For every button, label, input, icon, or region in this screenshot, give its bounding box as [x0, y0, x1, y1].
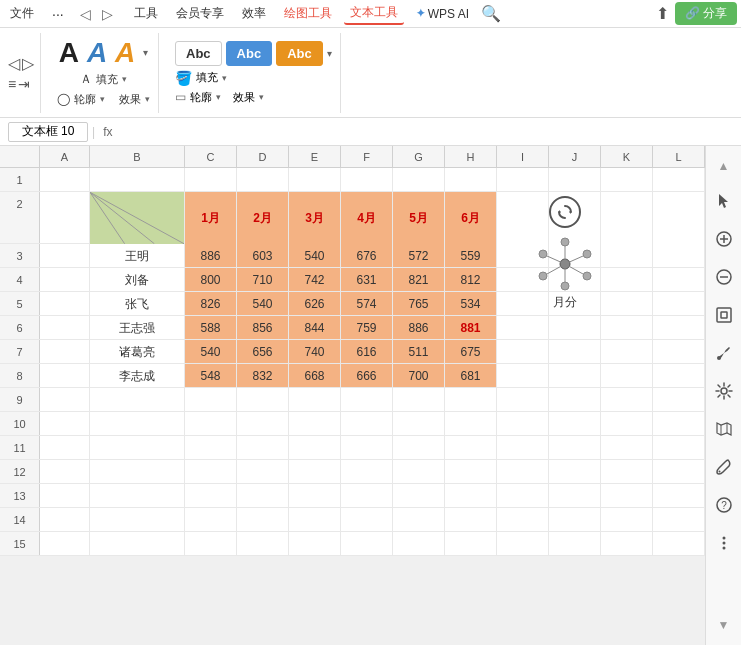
cell-j9[interactable] [549, 388, 601, 411]
cell-g2-header[interactable]: 5月 [393, 192, 445, 244]
cell-f6[interactable]: 759 [341, 316, 393, 339]
cell-f5[interactable]: 574 [341, 292, 393, 315]
cell-k1[interactable] [601, 168, 653, 191]
menu-more[interactable]: ··· [46, 4, 70, 24]
cell-e7[interactable]: 740 [289, 340, 341, 363]
cell-e4[interactable]: 742 [289, 268, 341, 291]
scroll-down-icon[interactable]: ▼ [712, 613, 736, 637]
cell-i9[interactable] [497, 388, 549, 411]
text-style-plain[interactable]: A [59, 39, 79, 67]
formula-input[interactable] [120, 125, 733, 139]
cell-d8[interactable]: 832 [237, 364, 289, 387]
align-icon[interactable]: ≡ [8, 76, 16, 92]
settings-icon[interactable] [709, 376, 739, 406]
cell-b2-diagonal[interactable] [90, 192, 185, 244]
cell-l6[interactable] [653, 316, 705, 339]
upload-icon[interactable]: ⬆ [656, 4, 669, 23]
cell-d9[interactable] [237, 388, 289, 411]
cell-e3[interactable]: 540 [289, 244, 341, 267]
help-icon[interactable]: ? [709, 490, 739, 520]
cell-i8[interactable] [497, 364, 549, 387]
cell-j1[interactable] [549, 168, 601, 191]
cell-l5[interactable] [653, 292, 705, 315]
nav-fwd[interactable]: ▷ [98, 4, 118, 24]
cell-k6[interactable] [601, 316, 653, 339]
cell-a4[interactable] [40, 268, 90, 291]
cell-b4-name[interactable]: 刘备 [90, 268, 185, 291]
cell-l9[interactable] [653, 388, 705, 411]
cell-d2-header[interactable]: 2月 [237, 192, 289, 244]
cell-a6[interactable] [40, 316, 90, 339]
cell-g3[interactable]: 572 [393, 244, 445, 267]
cell-c9[interactable] [185, 388, 237, 411]
cell-h7[interactable]: 675 [445, 340, 497, 363]
cell-b6-name[interactable]: 王志强 [90, 316, 185, 339]
paint-icon[interactable] [709, 338, 739, 368]
wrench-icon[interactable] [709, 452, 739, 482]
cell-d4[interactable]: 710 [237, 268, 289, 291]
cell-l1[interactable] [653, 168, 705, 191]
abc-btn-2[interactable]: Abc [226, 41, 273, 66]
cell-i1[interactable] [497, 168, 549, 191]
cell-c3[interactable]: 886 [185, 244, 237, 267]
cell-g8[interactable]: 700 [393, 364, 445, 387]
cell-h2-header[interactable]: 6月 [445, 192, 497, 244]
menu-member[interactable]: 会员专享 [170, 3, 230, 24]
cell-a9[interactable] [40, 388, 90, 411]
cell-a7[interactable] [40, 340, 90, 363]
cell-i6[interactable] [497, 316, 549, 339]
cursor-tool-icon[interactable] [709, 186, 739, 216]
ribbon-back-icon[interactable]: ◁ [8, 54, 20, 73]
effect-dropdown[interactable]: ▾ [145, 94, 150, 104]
search-icon[interactable]: 🔍 [481, 4, 501, 23]
cell-l4[interactable] [653, 268, 705, 291]
abc-dropdown[interactable]: ▾ [327, 48, 332, 59]
cell-c1[interactable] [185, 168, 237, 191]
cell-c4[interactable]: 800 [185, 268, 237, 291]
cell-d1[interactable] [237, 168, 289, 191]
cell-g7[interactable]: 511 [393, 340, 445, 363]
cell-g4[interactable]: 821 [393, 268, 445, 291]
cell-h6[interactable]: 881 [445, 316, 497, 339]
cell-g5[interactable]: 765 [393, 292, 445, 315]
indent-icon[interactable]: ⇥ [18, 76, 30, 92]
outline-dropdown[interactable]: ▾ [100, 94, 105, 104]
cell-k7[interactable] [601, 340, 653, 363]
menu-tool[interactable]: 工具 [128, 3, 164, 24]
cell-reference[interactable] [8, 122, 88, 142]
abc-btn-1[interactable]: Abc [175, 41, 222, 66]
cell-d6[interactable]: 856 [237, 316, 289, 339]
cell-e6[interactable]: 844 [289, 316, 341, 339]
cell-a1[interactable] [40, 168, 90, 191]
cell-a5[interactable] [40, 292, 90, 315]
minus-icon[interactable] [709, 262, 739, 292]
cell-d7[interactable]: 656 [237, 340, 289, 363]
abc-effect-dropdown[interactable]: ▾ [259, 92, 264, 102]
cell-l2[interactable] [653, 192, 705, 244]
cell-c7[interactable]: 540 [185, 340, 237, 363]
cell-k8[interactable] [601, 364, 653, 387]
cell-f8[interactable]: 666 [341, 364, 393, 387]
text-style-dropdown[interactable]: ▾ [143, 47, 148, 58]
cell-e8[interactable]: 668 [289, 364, 341, 387]
cell-b9[interactable] [90, 388, 185, 411]
cell-a8[interactable] [40, 364, 90, 387]
map-icon[interactable] [709, 414, 739, 444]
cell-a2[interactable] [40, 192, 90, 243]
cell-c6[interactable]: 588 [185, 316, 237, 339]
cell-c8[interactable]: 548 [185, 364, 237, 387]
text-style-blue[interactable]: A [87, 39, 107, 67]
cell-h3[interactable]: 559 [445, 244, 497, 267]
ribbon-fwd-icon[interactable]: ▷ [22, 54, 34, 73]
cell-e9[interactable] [289, 388, 341, 411]
refresh-icon[interactable] [549, 196, 581, 228]
cell-f4[interactable]: 631 [341, 268, 393, 291]
frame-icon[interactable] [709, 300, 739, 330]
cell-l7[interactable] [653, 340, 705, 363]
cell-j7[interactable] [549, 340, 601, 363]
menu-wps-ai[interactable]: ✦ WPS AI [410, 5, 475, 23]
cell-b5-name[interactable]: 张飞 [90, 292, 185, 315]
scroll-up-icon[interactable]: ▲ [712, 154, 736, 178]
cell-f9[interactable] [341, 388, 393, 411]
cell-d3[interactable]: 603 [237, 244, 289, 267]
